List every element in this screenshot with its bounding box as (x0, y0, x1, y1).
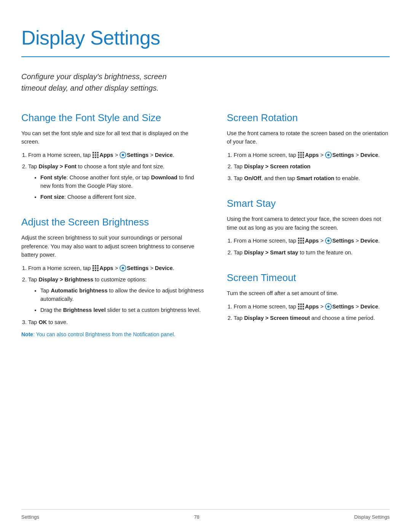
svg-rect-38 (303, 240, 304, 241)
apps-icon-2 (92, 265, 99, 272)
change-font-bullet-2: Font size: Choose a different font size. (40, 193, 204, 201)
settings-icon-3 (325, 152, 332, 158)
svg-rect-46 (303, 304, 304, 305)
change-font-steps: From a Home screen, tap (21, 151, 204, 201)
brightness-bullet-1: Tap Automatic brightness to allow the de… (40, 286, 204, 304)
apps-label: Apps (99, 152, 113, 158)
section-change-font: Change the Font Style and Size You can s… (21, 110, 204, 201)
change-font-title: Change the Font Style and Size (21, 110, 204, 125)
svg-rect-4 (95, 154, 96, 156)
svg-rect-52 (303, 308, 304, 310)
apps-icon-5 (298, 303, 304, 310)
apps-icon-4 (298, 237, 304, 244)
svg-rect-35 (303, 238, 304, 239)
brightness-bullets: Tap Automatic brightness to allow the de… (28, 286, 204, 314)
svg-rect-11 (92, 265, 94, 267)
svg-rect-23 (300, 152, 302, 153)
screen-timeout-steps: From a Home screen, tap (227, 302, 390, 323)
page-title: Display Settings (21, 23, 390, 53)
svg-rect-12 (95, 265, 96, 267)
smart-stay-step-2: Tap Display > Smart stay to turn the fea… (234, 248, 390, 257)
svg-rect-34 (300, 238, 302, 239)
svg-rect-29 (300, 157, 302, 158)
svg-point-21 (122, 267, 124, 269)
svg-rect-25 (298, 154, 299, 156)
adjust-brightness-step-2: Tap Display > Brightness to customize op… (28, 275, 204, 314)
svg-rect-6 (92, 157, 94, 158)
adjust-brightness-description: Adjust the screen brightness to suit you… (21, 233, 204, 259)
apps-icon-3 (298, 152, 304, 158)
svg-rect-15 (95, 267, 96, 269)
screen-rotation-step-2: Tap Display > Screen rotation (234, 162, 390, 171)
two-column-layout: Change the Font Style and Size You can s… (21, 110, 390, 352)
smart-stay-title: Smart Stay (227, 196, 390, 211)
screen-timeout-description: Turn the screen off after a set amount o… (227, 289, 390, 297)
svg-rect-49 (303, 306, 304, 307)
change-font-step-2: Tap Display > Font to choose a font styl… (28, 162, 204, 201)
svg-point-10 (122, 154, 124, 156)
svg-rect-30 (303, 157, 304, 158)
svg-rect-22 (298, 152, 299, 153)
svg-point-32 (327, 154, 330, 156)
svg-rect-26 (300, 154, 302, 156)
svg-rect-1 (95, 152, 96, 153)
svg-rect-3 (92, 154, 94, 156)
svg-rect-14 (92, 267, 94, 269)
svg-rect-17 (92, 270, 94, 271)
right-column: Screen Rotation Use the front camera to … (227, 110, 390, 352)
svg-rect-5 (97, 154, 99, 156)
settings-icon-2 (119, 265, 126, 272)
change-font-description: You can set the font style and size for … (21, 129, 204, 146)
brightness-note: Note: You can also control Brightness fr… (21, 331, 204, 339)
svg-rect-41 (303, 242, 304, 244)
svg-rect-40 (300, 242, 302, 244)
svg-rect-39 (298, 242, 299, 244)
change-font-bullets: Font style: Choose another font style, o… (28, 173, 204, 201)
svg-rect-44 (298, 304, 299, 305)
svg-rect-2 (97, 152, 99, 153)
footer-page-number: 78 (39, 513, 354, 521)
svg-rect-19 (97, 270, 99, 271)
settings-label-1: Settings (127, 152, 148, 158)
svg-rect-13 (97, 265, 99, 267)
smart-stay-description: Using the front camera to detect your fa… (227, 215, 390, 232)
svg-rect-48 (300, 306, 302, 307)
svg-point-43 (327, 240, 330, 242)
settings-icon-4 (325, 237, 332, 244)
intro-text: Configure your display's brightness, scr… (21, 71, 189, 94)
screen-timeout-step-2: Tap Display > Screen timeout and choose … (234, 314, 390, 322)
screen-rotation-steps: From a Home screen, tap (227, 151, 390, 182)
left-column: Change the Font Style and Size You can s… (21, 110, 204, 352)
change-font-step-1: From a Home screen, tap (28, 151, 204, 159)
adjust-brightness-steps: From a Home screen, tap (21, 264, 204, 327)
page-footer: Settings 78 Display Settings (21, 509, 390, 521)
adjust-brightness-step-3: Tap OK to save. (28, 318, 204, 326)
screen-rotation-title: Screen Rotation (227, 110, 390, 125)
screen-timeout-step-1: From a Home screen, tap (234, 302, 390, 311)
settings-icon (119, 152, 126, 158)
footer-left: Settings (21, 513, 39, 521)
device-label-1: Device (155, 152, 173, 158)
apps-icon (92, 152, 99, 158)
screen-rotation-step-3: Tap On/Off, and then tap Smart rotation … (234, 174, 390, 182)
adjust-brightness-title: Adjust the Screen Brightness (21, 215, 204, 230)
svg-rect-28 (298, 157, 299, 158)
footer-right: Display Settings (354, 513, 390, 521)
section-screen-rotation: Screen Rotation Use the front camera to … (227, 110, 390, 182)
section-smart-stay: Smart Stay Using the front camera to det… (227, 196, 390, 257)
screen-rotation-description: Use the front camera to rotate the scree… (227, 129, 390, 146)
svg-rect-47 (298, 306, 299, 307)
screen-rotation-step-1: From a Home screen, tap (234, 151, 390, 159)
note-label: Note (21, 331, 33, 337)
svg-rect-18 (95, 270, 96, 271)
smart-stay-step-1: From a Home screen, tap (234, 236, 390, 245)
svg-point-54 (327, 305, 330, 308)
title-divider (21, 56, 390, 57)
brightness-bullet-2: Drag the Brightness level slider to set … (40, 306, 204, 314)
screen-timeout-title: Screen Timeout (227, 270, 390, 285)
svg-rect-8 (97, 157, 99, 158)
svg-rect-16 (97, 267, 99, 269)
svg-rect-45 (300, 304, 302, 305)
section-adjust-brightness: Adjust the Screen Brightness Adjust the … (21, 215, 204, 338)
svg-rect-51 (300, 308, 302, 310)
